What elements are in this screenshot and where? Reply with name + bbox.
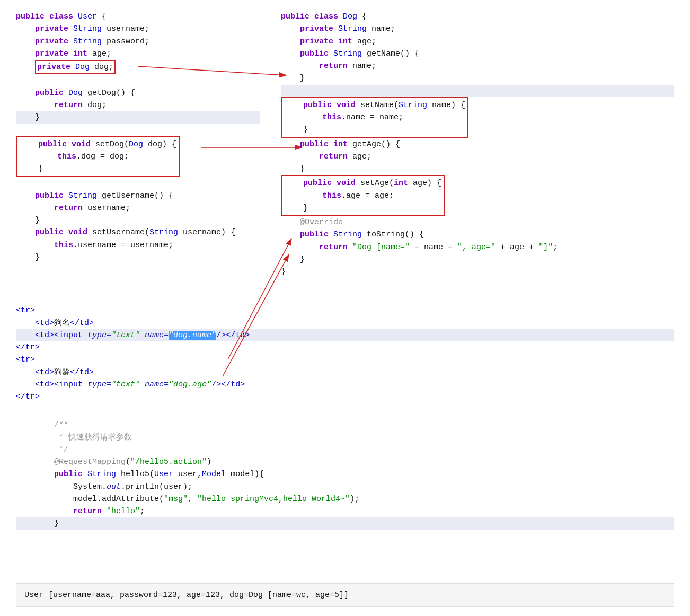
java-requestmapping: @RequestMapping("/hello5.action") — [16, 456, 674, 468]
dog-annotation: @Override — [281, 216, 674, 228]
user-field-age: private int age; — [16, 48, 260, 60]
dog-field-name: private String name; — [281, 23, 674, 35]
user-field-dog: private Dog dog; — [16, 60, 260, 74]
html-input-dogname: <td><input type="text" name="dog.name"/>… — [16, 329, 674, 341]
dog-tostring-2: return "Dog [name=" + name + ", age=" + … — [281, 241, 674, 253]
html-td-dogname: <td>狗名</td> — [16, 317, 674, 329]
java-comment3: */ — [16, 444, 674, 456]
setname-line2: this.name = name; — [284, 111, 465, 124]
setdog-line2: this.dog = dog; — [19, 151, 176, 163]
dog-setname-highlighted — [281, 85, 674, 97]
user-field-username: private String username; — [16, 23, 260, 35]
setage-line3: } — [284, 202, 441, 214]
html-tr2-close: </tr> — [16, 391, 674, 403]
output-text: User [username=aaa, password=123, age=12… — [24, 591, 349, 600]
setdog-line3: } — [19, 163, 176, 175]
html-tr1-close: </tr> — [16, 341, 674, 354]
code-area: public class User { private String usern… — [16, 11, 674, 607]
dog-class-line1: public class Dog { — [281, 11, 674, 23]
getusername-2: return username; — [16, 202, 260, 214]
user-class-block: public class User { private String usern… — [16, 11, 260, 278]
setname-line3: } — [284, 124, 465, 136]
output-box: User [username=aaa, password=123, age=12… — [16, 583, 674, 607]
setusername-2: this.username = username; — [16, 239, 260, 251]
setage-line2: this.age = age; — [284, 190, 441, 202]
dog-getname-3: } — [281, 72, 674, 84]
html-tr1-open: <tr> — [16, 304, 674, 316]
getusername-1: public String getUsername() { — [16, 190, 260, 202]
setdog-box: public void setDog(Dog dog) { this.dog =… — [16, 136, 180, 178]
blank2 — [16, 124, 260, 136]
setage-line1: public void setAge(int age) { — [284, 177, 441, 189]
setname-line1: public void setName(String name) { — [284, 99, 465, 111]
setname-box: public void setName(String name) { this.… — [281, 97, 468, 138]
html-tr2-open: <tr> — [16, 354, 674, 366]
user-getdog-1: public Dog getDog() { — [16, 87, 260, 99]
java-hello5-sig: public String hello5(User user,Model mod… — [16, 468, 674, 480]
java-return: return "hello"; — [16, 505, 674, 517]
setusername-3: } — [16, 251, 260, 263]
user-class-line1: public class User { — [16, 11, 260, 23]
java-comment2: * 快速获得请求参数 — [16, 432, 674, 444]
top-section: public class User { private String usern… — [16, 11, 674, 278]
java-comment1: /** — [16, 419, 674, 431]
getusername-3: } — [16, 214, 260, 226]
dog-getage-2: return age; — [281, 151, 674, 163]
blank3 — [16, 177, 260, 189]
dog-tostring-1: public String toString() { — [281, 228, 674, 241]
java-addattr: model.addAttribute("msg", "hello springM… — [16, 493, 674, 505]
user-getdog-close: } — [16, 111, 260, 124]
user-field-password: private String password; — [16, 36, 260, 48]
html-section: <tr> <td>狗名</td> <td><input type="text" … — [16, 288, 674, 530]
dog-field-age: private int age; — [281, 36, 674, 48]
html-td-dogage: <td>狗龄</td> — [16, 366, 674, 379]
java-sysout: System.out.println(user); — [16, 481, 674, 493]
dog-getage-1: public int getAge() { — [281, 138, 674, 151]
dog-getname-1: public String getName() { — [281, 48, 674, 60]
java-close-highlighted: } — [16, 517, 674, 530]
setusername-1: public void setUsername(String username)… — [16, 226, 260, 239]
dog-getage-3: } — [281, 163, 674, 175]
blank1 — [16, 74, 260, 86]
user-getdog-2: return dog; — [16, 99, 260, 111]
html-input-dogage: <td><input type="text" name="dog.age"/><… — [16, 379, 674, 391]
setage-box: public void setAge(int age) { this.age =… — [281, 175, 445, 216]
dog-close: } — [281, 266, 674, 278]
dog-tostring-3: } — [281, 253, 674, 266]
setdog-line1: public void setDog(Dog dog) { — [19, 138, 176, 151]
dog-getname-2: return name; — [281, 60, 674, 72]
dog-class-block: public class Dog { private String name; … — [281, 11, 674, 278]
